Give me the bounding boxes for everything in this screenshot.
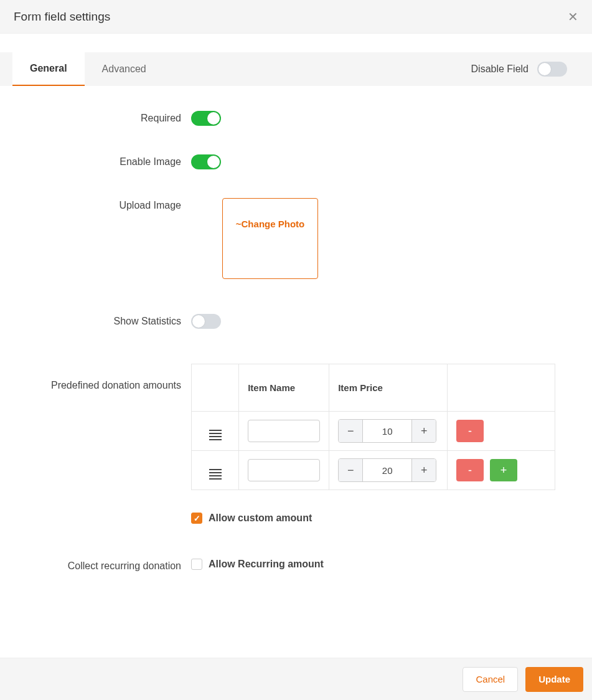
- close-icon[interactable]: ✕: [568, 11, 578, 23]
- disable-field-toggle[interactable]: [537, 62, 567, 77]
- enable-image-toggle[interactable]: [191, 154, 221, 169]
- stepper-plus-button[interactable]: +: [412, 459, 436, 481]
- update-button[interactable]: Update: [525, 667, 583, 692]
- required-toggle[interactable]: [191, 111, 221, 126]
- remove-row-button[interactable]: -: [456, 459, 484, 481]
- item-name-input[interactable]: [248, 459, 320, 481]
- change-photo-text: ~Change Photo: [236, 219, 304, 229]
- item-price-stepper: − +: [338, 419, 436, 443]
- stepper-plus-button[interactable]: +: [412, 420, 436, 442]
- disable-field-label: Disable Field: [471, 64, 529, 75]
- allow-custom-label: Allow custom amount: [209, 513, 312, 524]
- dialog-title: Form field settings: [14, 10, 110, 24]
- show-stats-toggle[interactable]: [191, 314, 221, 329]
- col-item-name: Item Name: [239, 364, 329, 412]
- allow-recurring-label: Allow Recurring amount: [209, 559, 324, 570]
- table-row: − + - +: [192, 451, 555, 490]
- item-price-input[interactable]: [362, 459, 412, 481]
- drag-handle-icon[interactable]: [209, 430, 222, 440]
- table-row: − + -: [192, 412, 555, 451]
- predefined-amounts-label: Predefined donation amounts: [14, 364, 191, 391]
- cancel-button[interactable]: Cancel: [463, 667, 518, 692]
- remove-row-button[interactable]: -: [456, 420, 484, 442]
- stepper-minus-button[interactable]: −: [339, 459, 362, 481]
- item-name-input[interactable]: [248, 420, 320, 442]
- tab-general[interactable]: General: [12, 52, 85, 86]
- add-row-button[interactable]: +: [490, 459, 517, 481]
- drag-handle-icon[interactable]: [209, 469, 222, 480]
- allow-recurring-checkbox[interactable]: [191, 559, 202, 570]
- upload-image-label: Upload Image: [14, 198, 191, 211]
- col-item-price: Item Price: [329, 364, 448, 412]
- recurring-label: Collect recurring donation: [14, 559, 191, 572]
- tab-bar: General Advanced Disable Field: [0, 52, 592, 86]
- required-label: Required: [14, 111, 191, 124]
- enable-image-label: Enable Image: [14, 154, 191, 168]
- tab-advanced[interactable]: Advanced: [85, 52, 164, 86]
- item-price-input[interactable]: [362, 420, 412, 442]
- item-price-stepper: − +: [338, 458, 436, 482]
- change-photo-button[interactable]: ~Change Photo: [222, 198, 318, 279]
- stepper-minus-button[interactable]: −: [339, 420, 362, 442]
- predefined-amounts-table: Item Name Item Price: [191, 364, 555, 490]
- allow-custom-checkbox[interactable]: [191, 513, 202, 524]
- show-stats-label: Show Statistics: [14, 314, 191, 327]
